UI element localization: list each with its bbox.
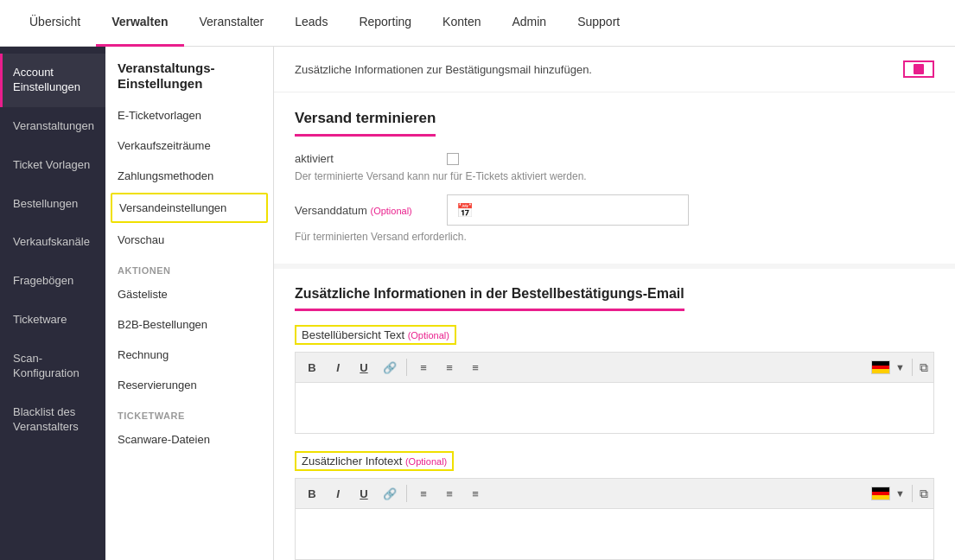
versanddatum-row: Versanddatum (Optional) 📅 <box>295 194 934 226</box>
sidebar-item-account-einstellungen[interactable]: Account Einstellungen <box>0 54 105 107</box>
versanddatum-input[interactable]: 📅 <box>447 194 689 226</box>
flag-de-2[interactable] <box>871 487 890 500</box>
editor-label-row-1: Bestellübersicht Text (Optional) <box>295 325 934 345</box>
flag-de-1[interactable] <box>871 360 890 374</box>
editor-2-area: B I U 🔗 ≡ ≡ ≡ ▼ ⧉ <box>295 478 934 560</box>
zusatz-info-title: Zusätzliche Informationen in der Bestell… <box>295 286 684 311</box>
sidebar-mid: Veranstaltungs-Einstellungen E-Ticketvor… <box>105 47 274 560</box>
toolbar-dropdown-1[interactable]: ▼ <box>894 362 907 372</box>
copy-icon-1[interactable]: ⧉ <box>920 360 928 375</box>
sidebar-mid-item-scanware-dateien[interactable]: Scanware-Dateien <box>105 424 273 455</box>
editor-1-area: B I U 🔗 ≡ ≡ ≡ ▼ ⧉ <box>295 352 934 434</box>
sidebar-left: Account Einstellungen Veranstaltungen Ti… <box>0 47 105 560</box>
editor-label-row-2: Zusätzlicher Infotext (Optional) <box>295 451 934 471</box>
aktiviert-label: aktiviert <box>295 152 433 165</box>
editor-toolbar-2: B I U 🔗 ≡ ≡ ≡ ▼ ⧉ <box>295 478 934 508</box>
zusatz-info-section: Zusätzliche Informationen in der Bestell… <box>274 269 955 560</box>
toolbar-link-1[interactable]: 🔗 <box>379 356 401 379</box>
toolbar-align-right-1[interactable]: ≡ <box>464 356 487 379</box>
sidebar-mid-item-e-ticketvorlagen[interactable]: E-Ticketvorlagen <box>105 100 273 130</box>
toolbar-underline-2[interactable]: U <box>353 482 375 505</box>
toolbar-dropdown-2[interactable]: ▼ <box>894 488 907 499</box>
sidebar-item-verkaufskanaele[interactable]: Verkaufskanäle <box>0 223 105 262</box>
sidebar-mid-section-aktionen: AKTIONEN <box>105 255 273 279</box>
sidebar-item-blacklist[interactable]: Blacklist des Veranstalters <box>0 393 105 447</box>
sidebar-mid-item-b2b-bestellungen[interactable]: B2B-Bestellungen <box>105 309 273 340</box>
sidebar-item-scan-konfiguration[interactable]: Scan-Konfiguration <box>0 340 105 393</box>
nav-item-reporting[interactable]: Reporting <box>343 0 427 47</box>
editor-label-bestellubersicht: Bestellübersicht Text (Optional) <box>295 325 456 345</box>
toolbar-link-2[interactable]: 🔗 <box>379 482 401 505</box>
calendar-icon: 📅 <box>456 202 474 219</box>
aktiviert-hint: Der terminierte Versand kann nur für E-T… <box>295 170 934 182</box>
sidebar-item-fragebögen[interactable]: Fragebögen <box>0 262 105 301</box>
separator-2 <box>912 359 913 376</box>
sidebar-item-veranstaltungen[interactable]: Veranstaltungen <box>0 107 105 146</box>
editor-block-infotext: Zusätzlicher Infotext (Optional) B I U 🔗… <box>295 451 934 560</box>
toolbar-italic-2[interactable]: I <box>327 482 349 505</box>
sidebar-mid-item-reservierungen[interactable]: Reservierungen <box>105 370 273 400</box>
top-nav: Übersicht Verwalten Veranstalter Leads R… <box>0 0 955 47</box>
nav-item-verwalten[interactable]: Verwalten <box>96 0 183 47</box>
separator-3 <box>406 485 407 502</box>
toolbar-underline-1[interactable]: U <box>353 356 375 379</box>
aktiviert-row: aktiviert <box>295 152 934 165</box>
info-banner-toggle[interactable] <box>903 60 934 78</box>
separator-1 <box>406 359 407 376</box>
sidebar-item-ticketware[interactable]: Ticketware <box>0 301 105 340</box>
nav-item-konten[interactable]: Konten <box>427 0 496 47</box>
versanddatum-label: Versanddatum (Optional) <box>295 204 433 217</box>
toolbar-align-center-1[interactable]: ≡ <box>438 356 461 379</box>
versand-terminieren-section: Versand terminieren aktiviert Der termin… <box>274 92 955 264</box>
info-banner-text: Zusätzliche Informationen zur Bestätigun… <box>295 63 592 76</box>
main-content: Zusätzliche Informationen zur Bestätigun… <box>274 47 955 560</box>
editor-label-infotext: Zusätzlicher Infotext (Optional) <box>295 451 454 471</box>
sidebar-mid-item-versandeinstellungen[interactable]: Versandeinstellungen <box>111 193 268 223</box>
editor-area-1[interactable] <box>295 382 934 434</box>
sidebar-item-bestellungen[interactable]: Bestellungen <box>0 185 105 224</box>
nav-item-admin[interactable]: Admin <box>496 0 562 47</box>
sidebar-mid-item-vorschau[interactable]: Vorschau <box>105 225 273 255</box>
editor-2-wrapper: B I U 🔗 ≡ ≡ ≡ ▼ ⧉ <box>295 478 934 560</box>
sidebar-item-ticket-vorlagen[interactable]: Ticket Vorlagen <box>0 146 105 185</box>
copy-icon-2[interactable]: ⧉ <box>920 487 928 501</box>
editor-toolbar-1: B I U 🔗 ≡ ≡ ≡ ▼ ⧉ <box>295 352 934 382</box>
sidebar-mid-section-ticketware: TICKETWARE <box>105 400 273 424</box>
nav-item-leads[interactable]: Leads <box>279 0 343 47</box>
nav-item-ubersicht[interactable]: Übersicht <box>14 0 96 47</box>
aktiviert-checkbox[interactable] <box>447 153 459 165</box>
toolbar-align-left-2[interactable]: ≡ <box>412 482 435 505</box>
editor-area-2[interactable] <box>295 508 934 560</box>
main-layout: Account Einstellungen Veranstaltungen Ti… <box>0 47 955 560</box>
info-banner: Zusätzliche Informationen zur Bestätigun… <box>274 47 955 92</box>
toolbar-align-left-1[interactable]: ≡ <box>412 356 435 379</box>
toolbar-italic-1[interactable]: I <box>327 356 349 379</box>
nav-item-support[interactable]: Support <box>562 0 635 47</box>
sidebar-mid-item-zahlungsmethoden[interactable]: Zahlungsmethoden <box>105 161 273 191</box>
toolbar-align-right-2[interactable]: ≡ <box>464 482 487 505</box>
sidebar-mid-item-gasteliste[interactable]: Gästeliste <box>105 279 273 309</box>
editor-block-bestellubersicht: Bestellübersicht Text (Optional) B I U 🔗… <box>295 325 934 434</box>
versanddatum-hint: Für terminierten Versand erforderlich. <box>295 231 934 243</box>
toolbar-bold-1[interactable]: B <box>301 356 323 379</box>
sidebar-mid-item-rechnung[interactable]: Rechnung <box>105 340 273 370</box>
sidebar-mid-title: Veranstaltungs-Einstellungen <box>105 47 273 100</box>
toggle-dot <box>914 64 924 74</box>
toolbar-align-center-2[interactable]: ≡ <box>438 482 461 505</box>
versand-terminieren-title: Versand terminieren <box>295 110 436 137</box>
editor-1-wrapper: B I U 🔗 ≡ ≡ ≡ ▼ ⧉ <box>295 352 934 434</box>
nav-item-veranstalter[interactable]: Veranstalter <box>184 0 280 47</box>
toolbar-bold-2[interactable]: B <box>301 482 323 505</box>
separator-4 <box>912 485 913 502</box>
sidebar-mid-item-verkaufszeitraume[interactable]: Verkaufszeiträume <box>105 130 273 161</box>
